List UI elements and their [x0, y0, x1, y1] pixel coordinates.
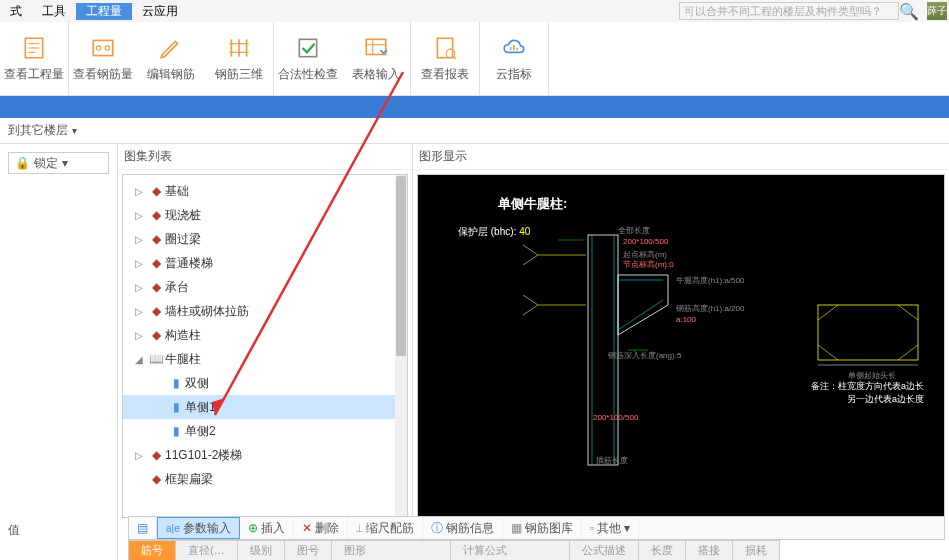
diamond-icon: ◆ [147, 304, 165, 318]
tab-loss[interactable]: 损耗 [732, 540, 780, 560]
tree-item[interactable]: ▷◆圈过梁 [123, 227, 407, 251]
expand-icon[interactable]: ▷ [135, 282, 147, 293]
expand-icon[interactable]: ▷ [135, 186, 147, 197]
lock-dropdown[interactable]: 🔒 锁定 ▾ [8, 152, 109, 174]
lock-icon: 🔒 [15, 156, 30, 170]
tab-fig-num[interactable]: 图号 [284, 540, 332, 560]
bottom-new-button[interactable]: ▤ [129, 517, 157, 539]
blue-band [0, 96, 949, 118]
tree-item[interactable]: ▷◆普通楼梯 [123, 251, 407, 275]
tree-item[interactable]: ▷◆墙柱或砌体拉筋 [123, 299, 407, 323]
bottom-toolbar: ▤ a|e参数输入 ⊕插入 ✕删除 ⟂缩尺配筋 ⓘ钢筋信息 ▦钢筋图库 ▫其他▾ [128, 516, 945, 540]
avatar[interactable]: 薛子 [927, 2, 947, 20]
cloud-metrics-button[interactable]: 云指标 [480, 22, 548, 95]
search-input[interactable]: 可以合并不同工程的楼层及构件类型吗？ [679, 2, 899, 20]
scaffold-icon [225, 34, 253, 62]
atlas-tree[interactable]: ▷◆基础 ▷◆现浇桩 ▷◆圈过梁 ▷◆普通楼梯 ▷◆承台 ▷◆墙柱或砌体拉筋 ▷… [122, 174, 408, 518]
tree-item[interactable]: ▷◆承台 [123, 275, 407, 299]
dlabel: 钢筋高度(h1):a/200 [676, 303, 744, 314]
display-title: 图形显示 [413, 144, 949, 170]
tree-item-corbel[interactable]: ◢📖牛腿柱 [123, 347, 407, 371]
expand-icon[interactable]: ▷ [135, 210, 147, 221]
check-icon [294, 34, 322, 62]
view-rebar-button[interactable]: 查看钢筋量 [69, 22, 137, 95]
svg-rect-16 [437, 38, 452, 58]
other-icon: ▫ [590, 521, 594, 535]
library-icon: ▦ [511, 521, 522, 535]
rebar-3d-button[interactable]: 钢筋三维 [205, 22, 273, 95]
tab-formula-desc[interactable]: 公式描述 [569, 540, 639, 560]
tree-item-double[interactable]: ▮双侧 [123, 371, 407, 395]
drawing-canvas[interactable]: 单侧牛腿柱: 保护层 (bhc): 40 [417, 174, 945, 518]
svg-rect-12 [299, 39, 316, 56]
expand-icon[interactable]: ▷ [135, 234, 147, 245]
dlabel: 全部长度 [618, 225, 650, 236]
collapse-icon[interactable]: ◢ [135, 354, 147, 365]
dlabel: 牛腿高度(h1):a/500 [676, 275, 744, 286]
insert-icon: ⊕ [248, 521, 258, 535]
ribbon-label: 云指标 [496, 66, 532, 83]
tree-item[interactable]: ▷◆11G101-2楼梯 [123, 443, 407, 467]
tab-grade[interactable]: 级别 [237, 540, 285, 560]
diamond-icon: ◆ [147, 256, 165, 270]
table-input-button[interactable]: 表格输入 [342, 22, 410, 95]
page-icon: ▮ [167, 376, 185, 390]
cloud-icon [500, 34, 528, 62]
tab-figure[interactable]: 图形 [331, 540, 451, 560]
display-panel: 图形显示 (X: -287 Y: 61 单侧牛腿柱: 保护层 (bhc): 40 [413, 144, 949, 522]
document-icon [20, 34, 48, 62]
menu-quantity[interactable]: 工程量 [76, 3, 132, 20]
menu-cloud-app[interactable]: 云应用 [132, 3, 188, 20]
tab-rebar-num[interactable]: 筋号 [128, 540, 176, 560]
diamond-icon: ◆ [147, 184, 165, 198]
edit-rebar-button[interactable]: 编辑钢筋 [137, 22, 205, 95]
expand-icon[interactable]: ▷ [135, 330, 147, 341]
ribbon-label: 查看报表 [421, 66, 469, 83]
scale-rebar-button[interactable]: ⟂缩尺配筋 [348, 517, 423, 539]
search-icon[interactable]: 🔍 [899, 2, 919, 21]
left-bottom-panel: 值 [0, 520, 118, 560]
tree-item[interactable]: ▷◆现浇桩 [123, 203, 407, 227]
rebar-info-button[interactable]: ⓘ钢筋信息 [423, 517, 503, 539]
expand-icon[interactable]: ▷ [135, 450, 147, 461]
tab-length[interactable]: 长度 [638, 540, 686, 560]
tab-diameter[interactable]: 直径(… [175, 540, 238, 560]
svg-point-5 [97, 46, 101, 50]
svg-rect-27 [818, 305, 918, 360]
tree-item[interactable]: ▷◆构造柱 [123, 323, 407, 347]
left-panel: 🔒 锁定 ▾ [0, 144, 118, 522]
view-report-button[interactable]: 查看报表 [411, 22, 479, 95]
tree-item[interactable]: ▷◆基础 [123, 179, 407, 203]
scale-icon: ⟂ [356, 521, 363, 535]
ribbon: 查看工程量 查看钢筋量 编辑钢筋 钢筋三维 合法性检查 表格输入 查看报表 [0, 22, 949, 96]
expand-icon[interactable]: ▷ [135, 306, 147, 317]
drawing-note: 备注：柱宽度方向代表a边长 另一边代表a边长度 [811, 380, 924, 406]
tab-formula[interactable]: 计算公式 [450, 540, 570, 560]
dlabel: 插筋长度 [596, 455, 628, 466]
menu-tools[interactable]: 工具 [32, 3, 76, 20]
ribbon-label: 合法性检查 [278, 66, 338, 83]
expand-icon[interactable]: ▷ [135, 258, 147, 269]
tree-item-single1[interactable]: ▮单侧1 [123, 395, 407, 419]
ribbon-label: 查看工程量 [4, 66, 64, 83]
svg-point-6 [105, 46, 109, 50]
tree-item-single2[interactable]: ▮单侧2 [123, 419, 407, 443]
svg-point-17 [446, 49, 455, 58]
tab-lap[interactable]: 搭接 [685, 540, 733, 560]
new-icon: ▤ [137, 521, 148, 535]
param-input-button[interactable]: a|e参数输入 [157, 517, 240, 539]
tree-item[interactable]: ◆框架扁梁 [123, 467, 407, 491]
validity-check-button[interactable]: 合法性检查 [274, 22, 342, 95]
floor-dropdown[interactable]: 到其它楼层▾ [8, 122, 77, 139]
other-button[interactable]: ▫其他▾ [582, 517, 639, 539]
rebar-library-button[interactable]: ▦钢筋图库 [503, 517, 582, 539]
atlas-title: 图集列表 [118, 144, 412, 170]
param-icon: a|e [166, 523, 180, 534]
delete-button[interactable]: ✕删除 [294, 517, 348, 539]
diamond-icon: ◆ [147, 448, 165, 462]
delete-icon: ✕ [302, 521, 312, 535]
menu-mode[interactable]: 式 [0, 3, 32, 20]
insert-button[interactable]: ⊕插入 [240, 517, 294, 539]
view-quantity-button[interactable]: 查看工程量 [0, 22, 68, 95]
scrollbar[interactable] [395, 175, 407, 517]
